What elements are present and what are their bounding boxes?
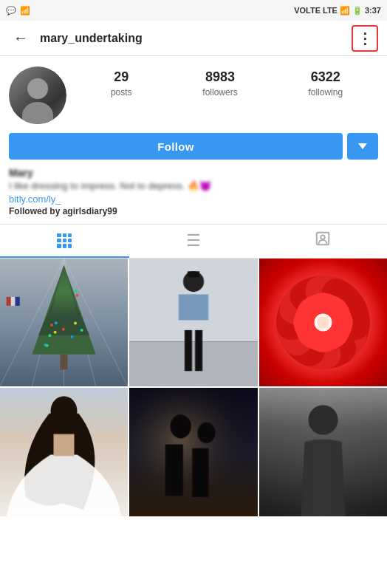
avatar [9, 66, 66, 124]
follow-dropdown-button[interactable] [347, 133, 378, 160]
followed-by-prefix: Followed by [9, 206, 63, 216]
followers-label: followers [202, 87, 237, 98]
bio-name: Mary [9, 167, 378, 179]
followed-by: Followed by agirlsdiary99 [9, 206, 378, 216]
lte-label: LTE [323, 6, 338, 15]
photo-cell-3[interactable] [259, 259, 387, 386]
status-bar-left: 💬 📶 [6, 6, 30, 16]
follow-row: Follow [9, 133, 378, 160]
tab-list[interactable]: ☰ [129, 225, 258, 258]
bio-section: Mary I like dressing to impress. Not to … [9, 167, 378, 216]
photo-cell-2[interactable] [129, 259, 257, 386]
followers-stat[interactable]: 8983 followers [202, 69, 237, 98]
person-tag-icon [315, 230, 331, 251]
back-button[interactable]: ← [9, 28, 32, 48]
stats-row: 29 posts 8983 followers 6322 following [66, 66, 378, 98]
photo-grid [0, 259, 387, 516]
more-options-button[interactable]: ⋮ [352, 25, 378, 52]
followers-count: 8983 [202, 69, 237, 85]
profile-section: 29 posts 8983 followers 6322 following F… [0, 56, 387, 225]
photo-canvas-6 [259, 388, 387, 516]
posts-stat[interactable]: 29 posts [111, 69, 132, 98]
volte-label: VOLTE [294, 6, 321, 15]
top-bar: ← mary_undertaking ⋮ [0, 21, 387, 56]
grid-icon [57, 233, 72, 248]
followed-by-username[interactable]: agirlsdiary99 [63, 206, 117, 216]
signal-bars: 📶 [340, 6, 350, 16]
avatar-figure [16, 72, 60, 124]
battery-icon: 🔋 [352, 6, 363, 16]
signal-icon: 📶 [20, 6, 30, 16]
tab-tagged[interactable] [258, 225, 387, 258]
photo-canvas-1 [0, 259, 128, 386]
watermark: wisxdn.com [353, 580, 384, 587]
photo-cell-1[interactable] [0, 259, 128, 386]
posts-label: posts [111, 87, 132, 98]
photo-cell-5[interactable] [129, 388, 257, 516]
profile-username-title: mary_undertaking [40, 32, 352, 45]
bio-link[interactable]: bitly.com/ly_ [9, 194, 378, 205]
bio-description: I like dressing to impress. Not to depre… [9, 180, 378, 191]
status-bar-right: VOLTE LTE 📶 🔋 3:37 [294, 6, 381, 16]
list-icon: ☰ [186, 231, 201, 250]
posts-count: 29 [111, 69, 132, 85]
tab-row: ☰ [0, 225, 387, 259]
time-display: 3:37 [365, 6, 381, 15]
photo-canvas-4 [0, 388, 128, 516]
tab-grid[interactable] [0, 225, 129, 258]
message-icon: 💬 [6, 6, 16, 16]
photo-cell-6[interactable] [259, 388, 387, 516]
chevron-down-icon [358, 143, 367, 149]
profile-top-row: 29 posts 8983 followers 6322 following [9, 66, 378, 124]
avatar-head [27, 78, 48, 99]
svg-point-1 [321, 235, 325, 239]
following-label: following [308, 87, 343, 98]
avatar-body [22, 102, 53, 124]
photo-canvas-3 [259, 259, 387, 386]
photo-canvas-5 [129, 388, 257, 516]
photo-canvas-2 [129, 259, 257, 386]
following-count: 6322 [308, 69, 343, 85]
photo-cell-4[interactable] [0, 388, 128, 516]
status-bar: 💬 📶 VOLTE LTE 📶 🔋 3:37 [0, 0, 387, 21]
follow-button[interactable]: Follow [9, 133, 343, 160]
following-stat[interactable]: 6322 following [308, 69, 343, 98]
